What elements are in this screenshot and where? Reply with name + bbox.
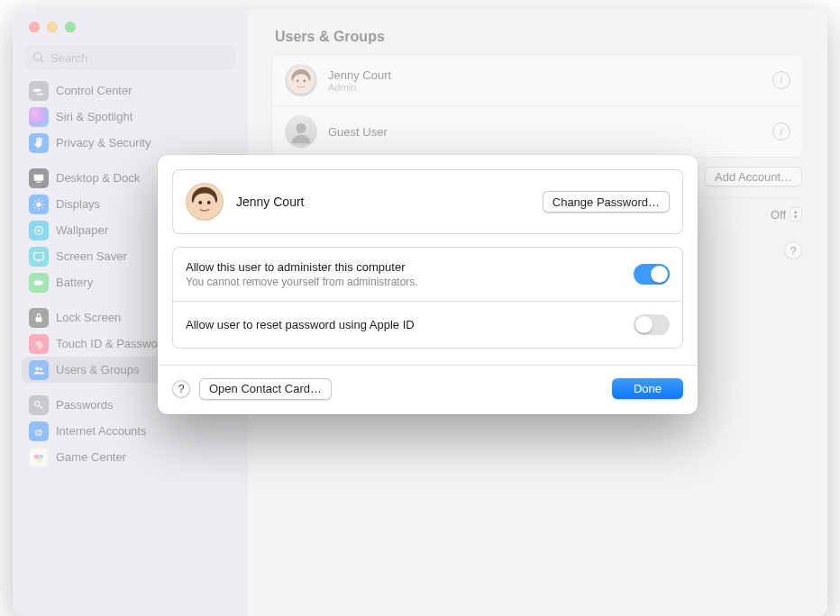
open-contact-card-button[interactable]: Open Contact Card… bbox=[199, 378, 332, 400]
modal-footer: ? Open Contact Card… Done bbox=[158, 366, 698, 414]
help-button[interactable]: ? bbox=[172, 380, 190, 398]
reset-password-option-row: Allow user to reset password using Apple… bbox=[173, 301, 682, 348]
done-button[interactable]: Done bbox=[612, 378, 683, 399]
user-detail-sheet: Jenny Court Change Password… Allow this … bbox=[158, 155, 698, 414]
reset-password-toggle[interactable] bbox=[634, 314, 670, 335]
administer-toggle[interactable] bbox=[634, 264, 670, 285]
svg-point-31 bbox=[207, 201, 211, 204]
administer-label: Allow this user to administer this compu… bbox=[186, 260, 621, 274]
change-password-button[interactable]: Change Password… bbox=[543, 191, 670, 213]
administer-option-row: Allow this user to administer this compu… bbox=[173, 248, 682, 301]
reset-password-label: Allow user to reset password using Apple… bbox=[186, 318, 621, 331]
avatar[interactable] bbox=[186, 183, 224, 221]
svg-point-30 bbox=[198, 201, 202, 204]
user-header-panel: Jenny Court Change Password… bbox=[172, 169, 683, 234]
administer-sublabel: You cannot remove yourself from administ… bbox=[186, 276, 621, 288]
modal-user-name: Jenny Court bbox=[236, 195, 530, 209]
user-options-panel: Allow this user to administer this compu… bbox=[172, 247, 683, 349]
